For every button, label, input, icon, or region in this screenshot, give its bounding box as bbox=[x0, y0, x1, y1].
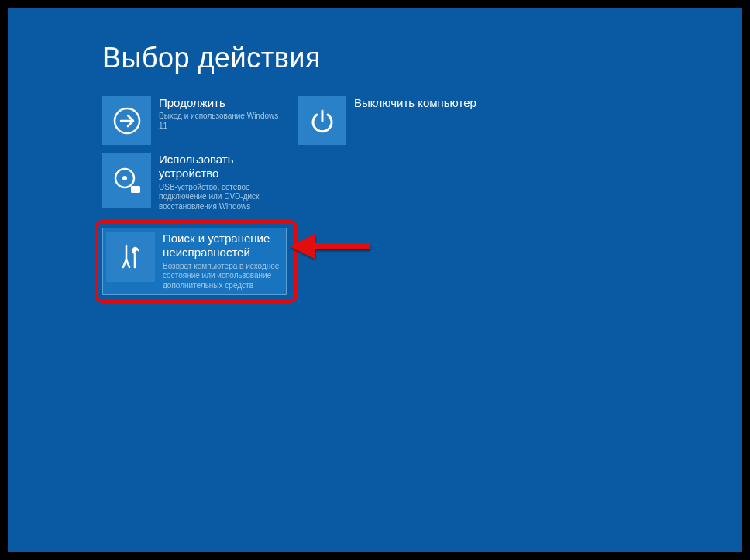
tile-grid: Продолжить Выход и использование Windows… bbox=[102, 96, 742, 303]
continue-arrow-icon bbox=[102, 96, 151, 145]
svg-point-2 bbox=[122, 176, 127, 180]
tile-desc: Возврат компьютера в исходное состояние … bbox=[163, 262, 283, 291]
continue-tile[interactable]: Продолжить Выход и использование Windows… bbox=[102, 96, 287, 145]
tile-text: Использовать устройство USB-устройство, … bbox=[159, 153, 287, 212]
use-device-tile[interactable]: Использовать устройство USB-устройство, … bbox=[102, 153, 287, 212]
tile-title: Выключить компьютер bbox=[354, 96, 476, 110]
tile-text: Продолжить Выход и использование Windows… bbox=[159, 96, 287, 132]
tile-row: Продолжить Выход и использование Windows… bbox=[102, 96, 742, 145]
page-title: Выбор действия bbox=[102, 42, 742, 74]
tile-desc: Выход и использование Windows 11 bbox=[159, 112, 287, 132]
tile-text: Выключить компьютер bbox=[354, 96, 476, 112]
svg-rect-3 bbox=[131, 186, 140, 193]
troubleshoot-tile[interactable]: Поиск и устранение неисправностей Возвра… bbox=[102, 228, 287, 295]
tile-title: Использовать устройство bbox=[159, 153, 287, 181]
disc-icon bbox=[102, 153, 151, 208]
shutdown-tile[interactable]: Выключить компьютер bbox=[298, 96, 482, 145]
tile-title: Продолжить bbox=[159, 96, 287, 110]
winre-choose-action-screen: Выбор действия Продолжить Выход и исполь… bbox=[8, 8, 742, 552]
power-icon bbox=[298, 96, 346, 145]
tile-row: Использовать устройство USB-устройство, … bbox=[102, 153, 742, 212]
tile-desc: USB-устройство, сетевое подключение или … bbox=[159, 183, 287, 212]
tile-row: Поиск и устранение неисправностей Возвра… bbox=[102, 220, 742, 303]
tile-title: Поиск и устранение неисправностей bbox=[163, 232, 283, 260]
tile-text: Поиск и устранение неисправностей Возвра… bbox=[163, 232, 283, 291]
highlight-annotation: Поиск и устранение неисправностей Возвра… bbox=[95, 220, 298, 303]
tools-icon bbox=[106, 232, 155, 282]
